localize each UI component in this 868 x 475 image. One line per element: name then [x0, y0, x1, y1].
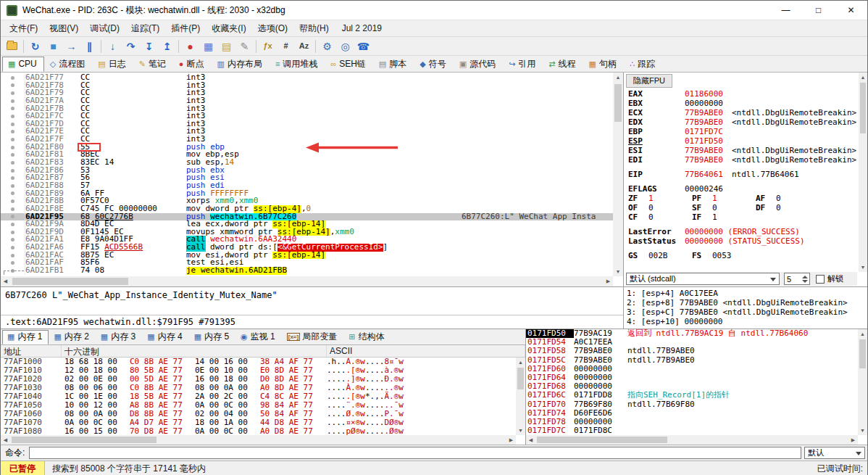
arg-count-spinner[interactable]: 5 — [784, 273, 810, 285]
registers-vscrollbar[interactable] — [859, 73, 867, 272]
menu-item-favourites[interactable]: 收藏夹(I) — [206, 23, 251, 33]
hash-button[interactable]: # — [277, 38, 294, 54]
disasm-row[interactable]: 6AD21F7DCCint3 — [1, 120, 613, 128]
breakpoint-gutter[interactable] — [1, 136, 25, 144]
execute-till-return-button[interactable]: ↧ — [141, 38, 157, 54]
flag-gs[interactable]: GS002B — [628, 251, 692, 260]
dump-tab-dump-4[interactable]: ▦内存 4 — [142, 330, 188, 344]
menu-item-view[interactable]: 视图(V) — [43, 23, 84, 33]
tab-threads[interactable]: ⇄线程 — [543, 57, 583, 72]
stack-row[interactable]: 0171FD7C0171FD8C — [526, 426, 858, 435]
arg-row[interactable]: 2: [esp+8] 77B9ABE0 <ntdll.DbgUiRemoteBr… — [627, 298, 864, 307]
disasm-row[interactable]: 6AD21FB174 08je wechatwin.6AD21FBB — [1, 267, 613, 275]
flag-cf[interactable]: CF0 — [628, 212, 692, 222]
menu-item-debug[interactable]: 调试(D) — [84, 23, 125, 33]
breakpoint-gutter[interactable] — [1, 167, 25, 175]
breakpoint-gutter[interactable] — [1, 97, 25, 105]
breakpoint-gutter[interactable] — [1, 105, 25, 113]
tab-notes[interactable]: ✎笔记 — [133, 57, 173, 72]
unlock-checkbox[interactable]: 解锁 — [816, 273, 843, 284]
breakpoint-gutter[interactable] — [1, 182, 25, 190]
step-over-button[interactable]: ↷ — [122, 38, 139, 54]
tab-graph[interactable]: ◇流程图 — [44, 57, 92, 72]
register-value-ebx[interactable]: 00000000 — [685, 99, 723, 108]
arg-row[interactable]: 1: [esp+4] A0C17EEA — [627, 289, 864, 298]
register-value-edi[interactable]: 77B9ABE0 — [685, 155, 723, 165]
tab-breakpoints[interactable]: ●断点 — [173, 57, 212, 72]
flag-pf[interactable]: PF1 — [692, 194, 756, 203]
hide-fpu-button[interactable]: 隐藏FPU — [626, 74, 672, 88]
restart-button[interactable]: ↻ — [27, 38, 43, 54]
menu-item-plugins[interactable]: 插件(P) — [165, 23, 206, 33]
step-into-button[interactable]: ↓ — [104, 38, 121, 54]
register-value-ebp[interactable]: 0171FD7C — [685, 127, 723, 136]
flag-if[interactable]: IF1 — [692, 212, 756, 222]
settings-button[interactable]: ⚙ — [319, 38, 335, 54]
notes-button[interactable]: ✎ — [236, 38, 253, 54]
menu-item-help[interactable]: 帮助(H) — [293, 23, 335, 33]
breakpoint-gutter[interactable] — [1, 267, 25, 275]
tab-call-stack[interactable]: ≡调用堆栈 — [270, 57, 325, 72]
step-out-button[interactable]: ↥ — [159, 38, 175, 54]
flag-sf[interactable]: SF0 — [692, 203, 756, 212]
breakpoint-gutter[interactable] — [1, 197, 25, 205]
register-value-edx[interactable]: 77B9ABE0 — [685, 117, 723, 127]
dump-tab-watch-1[interactable]: ◉监视 1 — [235, 330, 282, 344]
dump-tab-dump-5[interactable]: ▦内存 5 — [189, 330, 235, 344]
disasm-vscrollbar[interactable] — [613, 73, 623, 276]
breakpoint-gutter[interactable] — [1, 112, 25, 120]
run-button[interactable]: → — [63, 38, 80, 54]
disasm-row[interactable]: 6AD21F7FCCint3 — [1, 136, 613, 144]
minimize-button[interactable]: — — [769, 1, 802, 20]
dump-tab-dump-2[interactable]: ▦内存 2 — [49, 330, 95, 344]
tab-log[interactable]: ▤日志 — [92, 57, 133, 72]
breakpoint-gutter[interactable] — [1, 259, 25, 267]
tab-memory-map[interactable]: ▥内存布局 — [212, 57, 270, 72]
breakpoint-gutter[interactable] — [1, 82, 25, 90]
close-button[interactable]: ✕ — [835, 1, 867, 20]
dump-tab-dump-3[interactable]: ▦内存 3 — [96, 330, 142, 344]
breakpoint-gutter[interactable] — [1, 151, 25, 159]
disasm-row[interactable]: 6AD21F8383EC 14sub esp,14 — [1, 159, 613, 167]
breakpoint-gutter[interactable] — [1, 190, 25, 198]
flag-fs[interactable]: FS0053 — [692, 251, 756, 260]
dump-header-address[interactable]: 地址 — [1, 345, 62, 357]
breakpoint-gutter[interactable] — [1, 213, 25, 221]
register-value-eflags[interactable]: 00000246 — [685, 184, 723, 194]
arg-row[interactable]: 4: [esp+10] 00000000 — [627, 317, 864, 326]
stop-button[interactable]: ■ — [45, 38, 62, 54]
register-value-esp[interactable]: 0171FD50 — [685, 136, 723, 146]
tab-source[interactable]: ▣源代码 — [454, 57, 503, 72]
disasm-row[interactable]: 6AD21F78CCint3 — [1, 82, 613, 90]
disasm-row[interactable]: 6AD21F7ECCint3 — [1, 128, 613, 136]
calling-convention-select[interactable]: 默认 (stdcall) — [626, 273, 780, 285]
breakpoint-gutter[interactable] — [1, 159, 25, 167]
breakpoint-gutter[interactable] — [1, 144, 25, 152]
disasm-row[interactable]: 6AD21F77CCint3 — [1, 74, 613, 82]
breakpoint-gutter[interactable] — [1, 89, 25, 97]
find-button[interactable]: ◎ — [337, 38, 354, 54]
stack-row[interactable]: 0171FD6C0171FDD8指向SEH_Record[1]的指针 — [526, 391, 858, 400]
disasm-row[interactable]: 6AD21F7BCCint3 — [1, 105, 613, 113]
stack-row[interactable]: 0171FD5C77B9ABE0ntdll.77B9ABE0 — [526, 356, 858, 365]
arg-row[interactable]: 3: [esp+C] 77B9ABE0 <ntdll.DbgUiRemoteBr… — [627, 307, 864, 317]
register-value-ecx[interactable]: 77B9ABE0 — [685, 108, 723, 117]
disasm-hscrollbar[interactable] — [1, 276, 613, 286]
command-input[interactable] — [29, 447, 801, 459]
stack-hscrollbar[interactable] — [526, 435, 858, 445]
memory-map-button[interactable]: ▦ — [200, 38, 217, 54]
breakpoints-button[interactable]: ● — [182, 38, 199, 54]
dump-header-hex[interactable]: 十六进制 — [62, 345, 327, 357]
dump-tab-locals[interactable]: [x=]局部变量 — [282, 330, 343, 344]
register-value-esi[interactable]: 77B9ABE0 — [685, 146, 723, 155]
menu-item-file[interactable]: 文件(F) — [4, 23, 43, 33]
breakpoint-gutter[interactable] — [1, 244, 25, 252]
breakpoint-gutter[interactable] — [1, 128, 25, 136]
disasm-row[interactable]: 6AD21F8653push ebx — [1, 167, 613, 175]
tab-references[interactable]: ↪引用 — [503, 57, 543, 72]
disasm-row[interactable]: 6AD21F7CCCint3 — [1, 112, 613, 120]
flag-af[interactable]: AF0 — [756, 194, 819, 203]
open-file-button[interactable] — [4, 38, 20, 54]
stack-vscrollbar[interactable] — [858, 329, 867, 435]
disasm-row[interactable]: 6AD21F7ACCint3 — [1, 97, 613, 105]
